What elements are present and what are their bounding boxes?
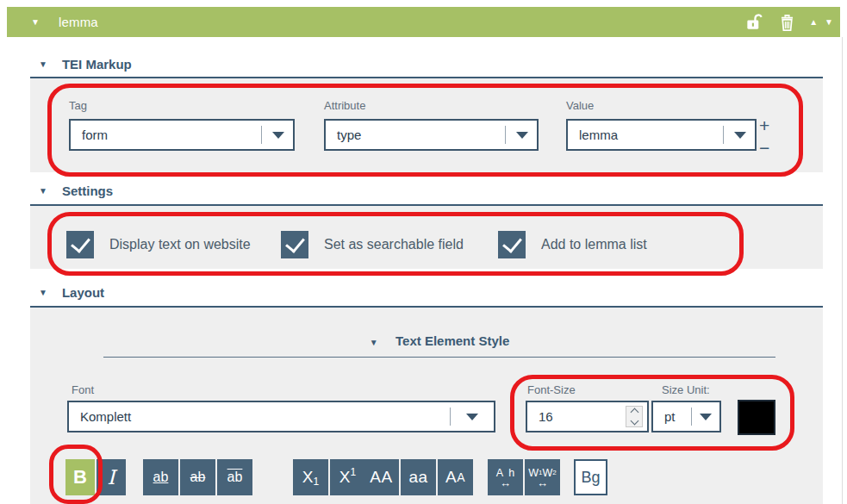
check-icon — [71, 233, 90, 253]
uppercase-button[interactable]: AA — [364, 459, 399, 495]
underline-glyph: ab — [153, 470, 169, 485]
section-header-settings[interactable]: ▼ Settings — [39, 184, 113, 198]
subscript-digit: 1 — [314, 476, 320, 488]
chevron-down-icon[interactable] — [272, 132, 284, 139]
panel-header[interactable]: ▼ lemma ▲ ▼ — [7, 7, 840, 37]
section-title: Settings — [62, 184, 113, 198]
text-color-swatch[interactable] — [738, 400, 775, 435]
font-label: Font — [72, 383, 94, 396]
superscript-button[interactable]: X 1 — [330, 459, 365, 495]
font-select[interactable]: Komplett — [67, 401, 495, 432]
word-spacing-s1: 1 — [539, 470, 542, 481]
superscript-base: X — [339, 468, 351, 487]
tei-markup-panel: Tag form Attribute type Value lemma + − — [30, 77, 823, 172]
stepper-up-icon[interactable] — [630, 408, 638, 417]
smallcaps-button[interactable]: A A — [438, 459, 473, 495]
remove-row-button[interactable]: − — [759, 139, 769, 157]
add-row-button[interactable]: + — [759, 116, 769, 134]
chevron-down-icon[interactable] — [466, 414, 478, 420]
section-title: TEI Markup — [62, 57, 132, 72]
tag-label: Tag — [69, 99, 87, 112]
collapse-panel-icon[interactable]: ▼ — [31, 17, 40, 27]
settings-panel: Display text on website Set as searchabl… — [30, 204, 823, 269]
overline-glyph: ab — [227, 470, 243, 485]
word-spacing-s2: 2 — [552, 470, 556, 481]
font-size-value: 16 — [527, 409, 553, 424]
format-group-spacing: A h ↔ W 1 W 2 ↔ — [488, 459, 560, 495]
chevron-down-icon[interactable] — [734, 132, 746, 139]
smallcaps-first: A — [445, 468, 457, 487]
format-group-case: AA aa A A — [364, 459, 473, 495]
chevron-down-icon[interactable] — [516, 132, 528, 139]
row-add-remove: + − — [759, 116, 769, 157]
checkbox-label: Display text on website — [109, 237, 251, 252]
move-up-icon[interactable]: ▲ — [809, 17, 818, 27]
size-unit-select[interactable]: pt — [651, 401, 721, 432]
subsection-title: Text Element Style — [395, 333, 509, 348]
format-group-weight: B I — [65, 459, 126, 495]
select-divider — [450, 408, 451, 426]
move-down-icon[interactable]: ▼ — [825, 17, 833, 27]
stepper-down-icon[interactable] — [630, 417, 638, 426]
element-editor-panel: ▼ lemma ▲ ▼ ▼ T — [0, 0, 847, 504]
checkbox-item-searchable: Set as searchable field — [281, 231, 464, 258]
italic-button[interactable]: I — [97, 459, 126, 495]
word-spacing-button[interactable]: W 1 W 2 ↔ — [525, 459, 560, 495]
value-select-value: lemma — [568, 128, 618, 142]
value-label: Value — [566, 99, 594, 112]
display-text-checkbox[interactable] — [66, 231, 94, 258]
unlock-icon[interactable] — [744, 12, 764, 32]
chevron-down-icon[interactable] — [700, 414, 712, 420]
size-unit-value: pt — [653, 409, 676, 424]
overline-button[interactable]: ab — [217, 459, 252, 495]
strikethrough-glyph: ab — [190, 470, 206, 485]
letter-spacing-button[interactable]: A h ↔ — [488, 459, 523, 495]
panel-title: lemma — [59, 15, 98, 29]
underline-button[interactable]: ab — [143, 459, 178, 495]
background-color-button[interactable]: Bg — [574, 459, 607, 495]
attribute-select[interactable]: type — [324, 119, 539, 151]
strikethrough-button[interactable]: ab — [180, 459, 215, 495]
checkbox-label: Add to lemma list — [541, 237, 647, 252]
collapse-subsection-icon[interactable]: ▼ — [370, 338, 378, 347]
format-group-script: X 1 X 1 — [293, 459, 365, 495]
check-icon — [502, 233, 522, 253]
smallcaps-second: A — [457, 470, 465, 484]
h-arrow-icon: ↔ — [500, 477, 511, 488]
panel-toolbar: ▲ ▼ — [744, 12, 840, 32]
select-divider — [261, 126, 262, 144]
lemma-list-checkbox[interactable] — [498, 231, 526, 258]
value-select[interactable]: lemma — [566, 119, 757, 151]
font-select-value: Komplett — [69, 409, 131, 424]
font-size-stepper[interactable] — [626, 406, 643, 427]
tag-select[interactable]: form — [69, 119, 295, 151]
format-group-background: Bg — [574, 459, 607, 495]
tag-select-value: form — [71, 128, 108, 142]
size-unit-label: Size Unit: — [662, 383, 710, 396]
subscript-button[interactable]: X 1 — [293, 459, 328, 495]
lowercase-button[interactable]: aa — [401, 459, 436, 495]
attribute-select-value: type — [326, 128, 361, 142]
section-header-layout[interactable]: ▼ Layout — [39, 285, 104, 300]
subscript-base: X — [302, 468, 314, 487]
checkbox-label: Set as searchable field — [324, 237, 464, 252]
format-group-lines: ab ab ab — [143, 459, 252, 495]
trash-icon[interactable] — [778, 12, 796, 32]
searchable-field-checkbox[interactable] — [281, 231, 308, 258]
select-divider — [505, 126, 506, 144]
attribute-label: Attribute — [324, 99, 365, 112]
check-icon — [285, 233, 305, 253]
section-header-tei-markup[interactable]: ▼ TEI Markup — [39, 57, 132, 72]
font-size-input[interactable]: 16 — [526, 401, 649, 432]
font-size-label: Font-Size — [527, 383, 576, 396]
text-element-style-header[interactable]: ▼ Text Element Style — [103, 333, 775, 358]
bold-button[interactable]: B — [65, 459, 95, 495]
section-title: Layout — [62, 285, 104, 300]
collapse-section-icon[interactable]: ▼ — [39, 288, 47, 297]
collapse-section-icon[interactable]: ▼ — [39, 186, 47, 196]
collapse-section-icon[interactable]: ▼ — [39, 59, 47, 69]
checkbox-item-lemma-list: Add to lemma list — [498, 231, 647, 258]
superscript-digit: 1 — [351, 466, 357, 478]
panel-right-border — [842, 37, 843, 504]
select-divider — [723, 126, 724, 144]
